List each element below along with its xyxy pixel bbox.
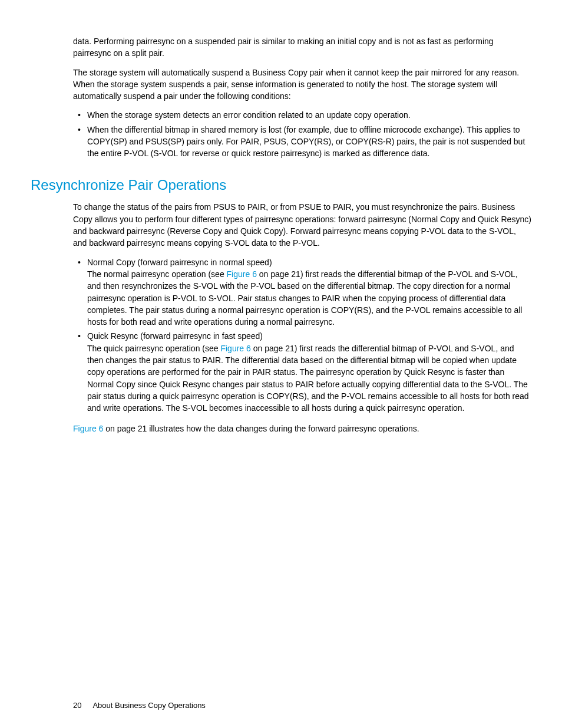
list-item-text-post: on page 21) first reads the differential… [87, 344, 529, 413]
section-paragraph-1: To change the status of the pairs from P… [73, 201, 531, 249]
intro-paragraph-2: The storage system will automatically su… [73, 67, 531, 103]
list-item: When the differential bitmap in shared m… [73, 124, 531, 160]
figure-xref[interactable]: Figure 6 [220, 344, 250, 353]
footer-title: About Business Copy Operations [92, 701, 206, 710]
list-item-text-pre: The quick pairresync operation (see [87, 344, 220, 353]
intro-paragraph-1: data. Performing pairresync on a suspend… [73, 35, 531, 60]
figure-xref[interactable]: Figure 6 [73, 424, 103, 433]
list-item: Normal Copy (forward pairresync in norma… [73, 256, 531, 328]
trailing-text: on page 21 illustrates how the data chan… [103, 424, 419, 433]
intro-bullet-list: When the storage system detects an error… [73, 109, 531, 159]
list-item-title: Normal Copy (forward pairresync in norma… [87, 256, 531, 268]
list-item: When the storage system detects an error… [73, 109, 531, 121]
section-bullet-list: Normal Copy (forward pairresync in norma… [73, 256, 531, 414]
list-item: Quick Resync (forward pairresync in fast… [73, 330, 531, 414]
page-content: data. Performing pairresync on a suspend… [31, 35, 531, 434]
figure-xref[interactable]: Figure 6 [227, 269, 257, 279]
list-item-text-pre: The normal pairresync operation (see [87, 269, 227, 279]
page-footer: 20 About Business Copy Operations [73, 700, 206, 711]
trailing-paragraph: Figure 6 on page 21 illustrates how the … [73, 423, 531, 434]
page-number: 20 [73, 701, 81, 710]
list-item-title: Quick Resync (forward pairresync in fast… [87, 330, 531, 342]
section-heading: Resynchronize Pair Operations [31, 175, 531, 196]
